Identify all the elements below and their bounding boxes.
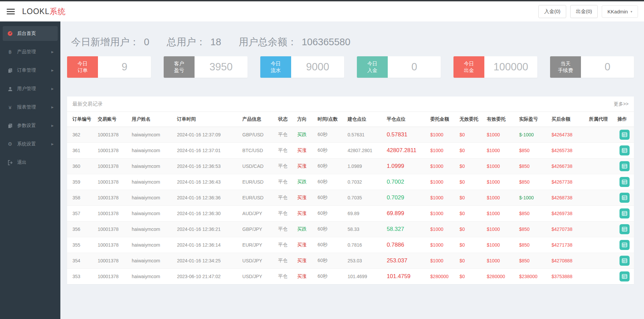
col-header-3: 订单时间 — [174, 112, 240, 127]
stat-card-value: 9000 — [291, 56, 344, 78]
stat-card-0: 今日订单9 — [67, 56, 151, 78]
sidebar-item-1[interactable]: ฿产品管理▶ — [3, 45, 58, 59]
cell-invalid-amount: $0 — [457, 253, 484, 269]
order-detail-button[interactable] — [620, 240, 630, 250]
cell-account: 10001378 — [95, 190, 129, 206]
cell-profit-loss: $-1000 — [517, 127, 549, 143]
cell-status: 平仓 — [275, 190, 294, 206]
cell-balance-after: $4270888 — [549, 253, 586, 269]
sidebar-item-4[interactable]: ¥报表管理▶ — [3, 100, 58, 115]
cell-period: 60秒 — [315, 174, 345, 190]
panel-header: 最新交易记录 更多>> — [67, 97, 634, 112]
order-detail-button[interactable] — [620, 271, 630, 281]
col-header-2: 用户姓名 — [129, 112, 174, 127]
cell-open-price: 0.57631 — [345, 127, 384, 143]
cell-close-price: 101.4759 — [384, 269, 428, 284]
cell-close-price: 253.037 — [384, 253, 428, 269]
order-detail-button[interactable] — [620, 193, 630, 203]
table-row: 35410001378haiwaiymcom2024-01-16 12:34:2… — [67, 253, 634, 269]
order-detail-button[interactable] — [620, 224, 630, 234]
cell-period: 60秒 — [315, 206, 345, 221]
cell-product: EUR/JPY — [240, 237, 276, 253]
cell-close-price: 42807.2811 — [384, 143, 428, 158]
menu-toggle-icon[interactable] — [7, 7, 15, 16]
table-row: 35910001378haiwaiymcom2024-01-16 12:36:4… — [67, 174, 634, 190]
table-row: 35310001378haiwaiymcom2023-06-10 21:47:0… — [67, 269, 634, 284]
panel-title: 最新交易记录 — [72, 101, 103, 107]
order-detail-button[interactable] — [620, 256, 630, 266]
cell-actions — [615, 174, 634, 190]
cell-balance-after: $4269738 — [549, 206, 586, 221]
cell-open-price: 0.7032 — [345, 174, 384, 190]
cell-username: haiwaiymcom — [129, 158, 174, 174]
logo-text-en: LOOKL — [22, 7, 50, 16]
cell-profit-loss: $238000 — [517, 269, 549, 284]
table-row: 35710001378haiwaiymcom2024-01-16 12:36:3… — [67, 206, 634, 221]
table-icon — [622, 132, 627, 137]
total-users-value: 18 — [210, 37, 221, 48]
bitcoin-icon: ฿ — [7, 49, 13, 55]
order-detail-button[interactable] — [620, 161, 630, 171]
stat-card-label-line2: 盈亏 — [174, 67, 184, 74]
cell-profit-loss: $-1000 — [517, 190, 549, 206]
sidebar-item-6[interactable]: ⚙系统设置▶ — [3, 137, 58, 151]
cell-actions — [615, 158, 634, 174]
col-header-10: 委托金额 — [428, 112, 457, 127]
stat-card-label-line2: 流水 — [271, 67, 281, 74]
cell-profit-loss: $850 — [517, 174, 549, 190]
withdraw-button[interactable]: 出金(0) — [570, 5, 598, 18]
cell-order-time: 2024-01-16 12:36:21 — [174, 221, 240, 237]
stat-card-label-line1: 今日 — [464, 60, 474, 67]
table-icon — [622, 258, 627, 263]
cell-period: 60秒 — [315, 143, 345, 158]
cell-profit-loss: $850 — [517, 221, 549, 237]
cell-direction: 买涨 — [294, 269, 315, 284]
cell-profit-loss: $850 — [517, 237, 549, 253]
sidebar-item-0[interactable]: 后台首页 — [3, 26, 58, 41]
stat-card-value: 9 — [98, 56, 151, 78]
cell-order-amount: $1000 — [428, 221, 457, 237]
more-link[interactable]: 更多>> — [614, 101, 629, 107]
cell-agent — [586, 158, 615, 174]
cell-order-amount: $1000 — [428, 143, 457, 158]
sidebar-item-7[interactable]: 退出 — [3, 155, 58, 170]
cell-close-price: 58.327 — [384, 221, 428, 237]
sidebar-item-5[interactable]: 参数设置▶ — [3, 118, 58, 133]
cell-order-time: 2024-01-16 12:36:43 — [174, 174, 240, 190]
cell-order-id: 360 — [67, 158, 95, 174]
order-detail-button[interactable] — [620, 145, 630, 155]
user-icon — [7, 86, 13, 91]
cell-invalid-amount: $0 — [457, 206, 484, 221]
order-detail-button[interactable] — [620, 130, 630, 140]
header-actions: 入金(0) 出金(0) KKadmin ▾ — [538, 5, 638, 18]
cell-order-time: 2024-01-16 12:36:53 — [174, 158, 240, 174]
chevron-right-icon: ▶ — [51, 69, 54, 72]
header: LOOKL系统 入金(0) 出金(0) KKadmin ▾ — [0, 1, 644, 21]
user-menu-button[interactable]: KKadmin ▾ — [602, 5, 638, 18]
cell-valid-amount: $1000 — [484, 190, 516, 206]
cell-order-amount: $1000 — [428, 237, 457, 253]
cell-account: 10001378 — [95, 158, 129, 174]
deposit-button[interactable]: 入金(0) — [538, 5, 566, 18]
order-detail-button[interactable] — [620, 177, 630, 187]
cell-invalid-amount: $0 — [457, 158, 484, 174]
sidebar-item-3[interactable]: 用户管理▶ — [3, 81, 58, 96]
stat-card-label-line1: 当天 — [560, 60, 571, 67]
cell-product: USD/JPY — [240, 269, 276, 284]
cell-username: haiwaiymcom — [129, 190, 174, 206]
cell-product: BTC/USD — [240, 143, 276, 158]
cell-period: 60秒 — [315, 253, 345, 269]
cell-order-amount: $1000 — [428, 253, 457, 269]
cell-order-amount: $280000 — [428, 269, 457, 284]
cell-direction: 买涨 — [294, 206, 315, 221]
order-detail-button[interactable] — [620, 208, 630, 218]
cell-invalid-amount: $0 — [457, 190, 484, 206]
cell-account: 10001378 — [95, 174, 129, 190]
cell-open-price: 0.7035 — [345, 190, 384, 206]
sidebar-item-2[interactable]: 订单管理▶ — [3, 63, 58, 78]
stat-card-4: 今日出金100000 — [453, 56, 537, 78]
cell-direction: 买涨 — [294, 190, 315, 206]
cell-close-price: 0.7002 — [384, 174, 428, 190]
stat-card-2: 今日流水9000 — [260, 56, 344, 78]
chevron-right-icon: ▶ — [51, 142, 54, 146]
